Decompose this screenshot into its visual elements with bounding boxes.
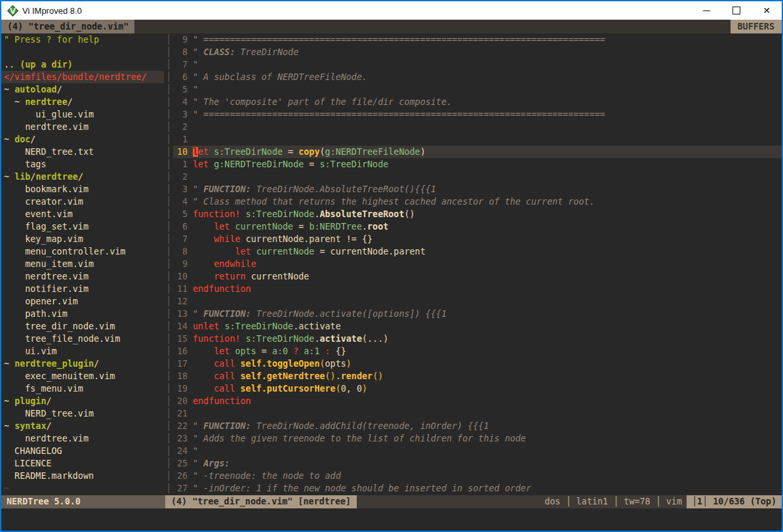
command-line[interactable] — [1, 508, 782, 531]
nerdtree-dir-plugin[interactable]: ~ plugin/ — [1, 395, 164, 407]
nerdtree-file-menu_controller-vim[interactable]: menu_controller.vim — [1, 245, 164, 258]
code-line[interactable]: 9" =====================================… — [173, 33, 782, 46]
code-line[interactable]: 8" CLASS: TreeDirNode — [173, 46, 782, 58]
token: opts — [235, 346, 256, 356]
nerdtree-file-ui-vim[interactable]: ui.vim — [1, 345, 164, 358]
nerdtree-file-menu_item-vim[interactable]: menu_item.vim — [1, 258, 164, 270]
nerdtree-file-tags[interactable]: tags — [1, 158, 164, 171]
token: ui.vim — [4, 346, 57, 356]
nerdtree-file-key_map-vim[interactable]: key_map.vim — [1, 233, 164, 245]
code-line[interactable]: 7" — [173, 58, 782, 71]
nerdtree-file-changelog[interactable]: CHANGELOG — [1, 445, 164, 457]
title-bar[interactable]: V Vi IMproved 8.0 ✕ — [1, 1, 782, 20]
minimize-button[interactable] — [691, 1, 721, 20]
code-line[interactable]: 8 let currentNode = currentNode.parent — [173, 245, 782, 258]
nerdtree-file-nerdtree-vim[interactable]: nerdtree.vim — [1, 121, 164, 133]
code-line[interactable]: 24" — [173, 445, 782, 457]
code-line[interactable]: 10let s:TreeDirNode = copy(g:NERDTreeFil… — [173, 146, 782, 158]
code-line[interactable]: 5" — [173, 83, 782, 96]
code-line[interactable]: 21 — [173, 407, 782, 420]
buffers-tab[interactable]: BUFFERS — [731, 20, 782, 33]
code-line[interactable]: 1 — [173, 133, 782, 146]
code-line[interactable]: 3" FUNCTION: TreeDirNode.AbsoluteTreeRoo… — [173, 183, 782, 195]
code-line[interactable]: 13" FUNCTION: TreeDirNode.activate([opti… — [173, 308, 782, 320]
nerdtree-dir-nerdtree_plugin[interactable]: ~ nerdtree_plugin/ — [1, 358, 164, 370]
nerdtree-file-path-vim[interactable]: path.vim — [1, 308, 164, 320]
token: lib — [14, 172, 30, 182]
code-line[interactable]: 4" The 'composite' part of the file/dir … — [173, 96, 782, 108]
code-line[interactable]: 25" Args: — [173, 457, 782, 470]
nerdtree-root-path[interactable]: </vimfiles/bundle/nerdtree/ — [1, 71, 164, 83]
nerdtree-file-fs_menu-vim[interactable]: fs_menu.vim — [1, 382, 164, 395]
tab-current-buffer[interactable]: (4) "tree_dir_node.vim" — [1, 20, 134, 33]
code-line[interactable]: 26" -treenode: the node to add — [173, 470, 782, 482]
line-number: 1 — [176, 133, 188, 146]
token: ( — [320, 147, 325, 157]
code-line[interactable]: 27" -inOrder: 1 if the new node should b… — [173, 482, 782, 495]
token: " Adds the given treenode to the list of… — [193, 434, 526, 443]
code-line[interactable]: 2 — [173, 171, 782, 183]
nerdtree-dir-autoload-nerdtree[interactable]: ~ nerdtree/ — [1, 96, 164, 108]
nerdtree-help-line[interactable]: " Press ? for help — [1, 33, 164, 46]
code-line[interactable]: 6" A subclass of NERDTreeFileNode. — [173, 71, 782, 83]
code-line[interactable]: 20endfunction — [173, 395, 782, 407]
nerdtree-dir-syntax[interactable]: ~ syntax/ — [1, 420, 164, 432]
token: call — [214, 371, 240, 381]
code-line[interactable]: 15function! s:TreeDirNode.activate(...) — [173, 333, 782, 345]
nerdtree-dir-lib-nerdtree[interactable]: ~ lib/nerdtree/ — [1, 171, 164, 183]
nerdtree-file-nerdtree-vim-lib[interactable]: nerdtree.vim — [1, 270, 164, 283]
nerdtree-file-event-vim[interactable]: event.vim — [1, 208, 164, 220]
code-line[interactable]: 6 let currentNode = b:NERDTree.root — [173, 220, 782, 233]
token: activate — [320, 334, 363, 344]
code-line[interactable]: 23" Adds the given treenode to the list … — [173, 432, 782, 445]
nerdtree-dir-doc[interactable]: ~ doc/ — [1, 133, 164, 146]
token: return — [214, 272, 251, 281]
nerdtree-file-opener-vim[interactable]: opener.vim — [1, 295, 164, 308]
nerdtree-file-exec_menuitem-vim[interactable]: exec_menuitem.vim — [1, 370, 164, 382]
token: " Press ? for help — [4, 35, 99, 45]
code-line[interactable]: 16 let opts = a:0 ? a:1 : {} — [173, 345, 782, 358]
code-line[interactable]: 3" =====================================… — [173, 108, 782, 121]
code-line[interactable]: 18 call self.getNerdtree().render() — [173, 370, 782, 382]
window-separator[interactable]: │ │ │ │ │ │ │ │ │ │ │ │ │ │ │ │ │ │ │ │ … — [164, 33, 173, 495]
nerdtree-dir-autoload[interactable]: ~ autoload/ — [1, 83, 164, 96]
code-line[interactable]: 4" Class method that returns the highest… — [173, 195, 782, 208]
code-line[interactable]: 7 while currentNode.parent != {} — [173, 233, 782, 245]
token: TreeDirNode.addChild(treenode, inOrder) … — [251, 421, 489, 431]
code-line[interactable]: 9 endwhile — [173, 258, 782, 270]
nerdtree-file-nerd_tree-vim[interactable]: NERD_tree.vim — [1, 407, 164, 420]
nerdtree-file-licence[interactable]: LICENCE — [1, 457, 164, 470]
token: currentNode — [256, 247, 315, 256]
nerdtree-file-tree_file_node-vim[interactable]: tree_file_node.vim — [1, 333, 164, 345]
maximize-button[interactable] — [721, 1, 752, 20]
nerdtree-file-nerdtree-vim-syntax[interactable]: nerdtree.vim — [1, 432, 164, 445]
code-line[interactable]: 19 call self.putCursorHere(0, 0) — [173, 382, 782, 395]
nerdtree-file-flag_set-vim[interactable]: flag_set.vim — [1, 220, 164, 233]
nerdtree-end-of-buffer[interactable]: ~ — [1, 482, 164, 495]
code-line[interactable]: 2 — [173, 121, 782, 133]
nerdtree-file-creator-vim[interactable]: creator.vim — [1, 195, 164, 208]
code-line[interactable]: 22" FUNCTION: TreeDirNode.addChild(treen… — [173, 420, 782, 432]
code-line[interactable]: 12 — [173, 295, 782, 308]
token: let — [235, 247, 256, 256]
nerdtree-file-bookmark-vim[interactable]: bookmark.vim — [1, 183, 164, 195]
code-line[interactable]: 14unlet s:TreeDirNode.activate — [173, 320, 782, 333]
token: copy — [298, 147, 319, 157]
line-number: 17 — [176, 358, 188, 370]
nerdtree-file-readme-markdown[interactable]: README.markdown — [1, 470, 164, 482]
nerdtree-file-nerd_tree-txt[interactable]: NERD_tree.txt — [1, 146, 164, 158]
nerdtree-file-tree_dir_node-vim[interactable]: tree_dir_node.vim — [1, 320, 164, 333]
token: ~ — [4, 172, 14, 182]
token: . — [314, 334, 319, 344]
close-button[interactable]: ✕ — [752, 1, 782, 20]
code-line[interactable]: 17 call self.toggleOpen(opts) — [173, 358, 782, 370]
nerdtree-file-notifier-vim[interactable]: notifier.vim — [1, 283, 164, 295]
nerdtree-file-ui_glue-vim[interactable]: ui_glue.vim — [1, 108, 164, 121]
code-line[interactable]: 11endfunction — [173, 283, 782, 295]
code-line[interactable]: 1let g:NERDTreeDirNode = s:TreeDirNode — [173, 158, 782, 171]
nerdtree-up-a-dir[interactable]: .. (up a dir) — [1, 58, 164, 71]
token: ~ — [4, 359, 14, 369]
code-line[interactable]: 5function! s:TreeDirNode.AbsoluteTreeRoo… — [173, 208, 782, 220]
code-line[interactable]: 10 return currentNode — [173, 270, 782, 283]
nerdtree-blank-line[interactable] — [1, 46, 164, 58]
